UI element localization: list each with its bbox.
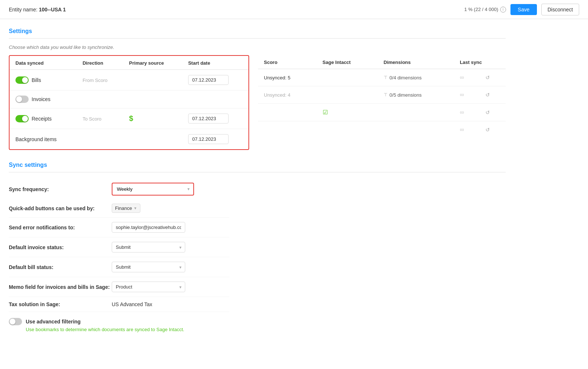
bill-status-select[interactable]: Submit Draft Approved xyxy=(112,262,185,272)
col-primary-source: Primary source xyxy=(123,56,182,70)
entity-name-label: Entity name: 100--USA 1 xyxy=(9,7,66,12)
memo-field-select[interactable]: Product Description Reference xyxy=(112,282,185,292)
sync-frequency-value: Daily Weekly Monthly ▼ xyxy=(112,183,229,196)
receipts-toggle[interactable] xyxy=(15,115,29,122)
bills-start-date[interactable] xyxy=(188,75,229,85)
table-row: Unsynced: 4 ⊤ 0/5 dimensions ∞ ↺ xyxy=(258,86,506,104)
info-icon[interactable]: i xyxy=(500,7,506,12)
sync-table-container: Data synced Direction Primary source Sta… xyxy=(9,55,249,150)
col-scoro: Scoro xyxy=(258,55,317,69)
memo-field-select-wrapper: Product Description Reference ▼ xyxy=(112,282,185,292)
tax-solution-value: US Advanced Tax xyxy=(112,301,229,307)
usage-text: 1 % (22 / 4 000) i xyxy=(464,7,506,12)
main-content: Settings Choose which data you would lik… xyxy=(0,19,514,341)
invoices-text: Invoices xyxy=(32,96,50,102)
entity-name-value: 100--USA 1 xyxy=(39,7,66,12)
memo-field-label: Memo field for invoices and bills in Sag… xyxy=(9,284,112,290)
background-infinity-icon: ∞ xyxy=(460,126,464,133)
error-notifications-row: Send error notifications to: xyxy=(9,218,229,237)
tax-solution-label: Tax solution in Sage: xyxy=(9,301,112,307)
sync-frequency-label: Sync frequency: xyxy=(9,186,112,192)
header: Entity name: 100--USA 1 1 % (22 / 4 000)… xyxy=(0,0,588,19)
table-row: Bills From Scoro xyxy=(10,70,248,90)
receipts-primary-source-icon: $ xyxy=(129,114,133,122)
tax-solution-row: Tax solution in Sage: US Advanced Tax xyxy=(9,297,229,312)
sync-settings-title: Sync settings xyxy=(9,162,506,168)
sync-frequency-select-wrapper: Daily Weekly Monthly ▼ xyxy=(112,183,194,196)
error-notifications-label: Send error notifications to: xyxy=(9,225,112,230)
bill-status-row: Default bill status: Submit Draft Approv… xyxy=(9,257,229,277)
col-start-date: Start date xyxy=(182,56,248,70)
sync-freq-arrow: ▼ xyxy=(187,187,190,191)
quick-add-label: Quick-add buttons can be used by: xyxy=(9,205,112,211)
quick-add-arrow: ▼ xyxy=(133,206,137,210)
advanced-filtering-row: Use advanced filtering xyxy=(9,318,506,325)
receipts-start-date[interactable] xyxy=(188,114,229,123)
bills-label: Bills xyxy=(15,76,71,84)
error-notifications-value xyxy=(112,222,229,233)
col-sage-intacct: Sage Intacct xyxy=(317,55,378,69)
sync-frequency-row: Sync frequency: Daily Weekly Monthly ▼ xyxy=(9,178,229,199)
invoice-status-select-wrapper: Submit Draft Approved ▼ xyxy=(112,242,185,252)
bill-status-value: Submit Draft Approved ▼ xyxy=(112,262,229,272)
background-refresh-icon[interactable]: ↺ xyxy=(485,127,490,133)
bills-toggle[interactable] xyxy=(15,76,29,84)
background-items-text: Background items xyxy=(15,136,57,142)
sync-settings-section: Sync settings Sync frequency: Daily Week… xyxy=(9,162,506,332)
dimensions-icon: ⊤ xyxy=(384,75,387,80)
invoice-status-label: Default invoice status: xyxy=(9,244,112,250)
background-items-start-date[interactable] xyxy=(188,134,229,144)
advanced-filtering-label: Use advanced filtering xyxy=(26,319,80,325)
col-last-sync: Last sync xyxy=(454,55,506,69)
bills-refresh-icon[interactable]: ↺ xyxy=(485,75,490,80)
settings-title: Settings xyxy=(9,28,506,35)
table-row: Invoices xyxy=(10,90,248,108)
invoice-status-value: Submit Draft Approved ▼ xyxy=(112,242,229,252)
col-direction: Direction xyxy=(77,56,123,70)
bill-status-select-wrapper: Submit Draft Approved ▼ xyxy=(112,262,185,272)
col-dimensions: Dimensions xyxy=(378,55,454,69)
invoices-infinity-icon: ∞ xyxy=(460,92,464,98)
receipts-sage-checkbox: ☑ xyxy=(323,109,328,115)
settings-section: Settings Choose which data you would lik… xyxy=(9,28,506,150)
invoice-status-select[interactable]: Submit Draft Approved xyxy=(112,242,185,252)
header-right: 1 % (22 / 4 000) i Save Disconnect xyxy=(464,4,579,15)
invoices-scoro-status: Unsynced: 4 xyxy=(264,92,290,98)
advanced-filtering-toggle[interactable] xyxy=(9,318,22,325)
full-table: Data synced Direction Primary source Sta… xyxy=(9,55,506,150)
receipts-direction: To Scoro xyxy=(83,116,101,122)
right-table: Scoro Sage Intacct Dimensions Last sync … xyxy=(258,55,506,138)
invoice-status-row: Default invoice status: Submit Draft App… xyxy=(9,237,229,257)
col-data-synced: Data synced xyxy=(10,56,77,70)
bill-status-label: Default bill status: xyxy=(9,264,112,270)
invoices-label: Invoices xyxy=(15,96,71,103)
receipts-text: Receipts xyxy=(32,116,51,122)
quick-add-row: Quick-add buttons can be used by: Financ… xyxy=(9,199,229,218)
bills-scoro-status: Unsynced: 5 xyxy=(264,75,290,80)
table-row: ∞ ↺ xyxy=(258,121,506,139)
receipts-refresh-icon[interactable]: ↺ xyxy=(485,110,490,115)
save-button[interactable]: Save xyxy=(510,4,537,15)
dimensions-icon: ⊤ xyxy=(384,92,387,97)
settings-subtitle: Choose which data you would like to sync… xyxy=(9,44,506,50)
invoices-refresh-icon[interactable]: ↺ xyxy=(485,92,490,98)
sync-frequency-select[interactable]: Daily Weekly Monthly xyxy=(113,184,187,194)
bills-direction: From Scoro xyxy=(83,78,108,83)
bills-dimensions: ⊤ 0/4 dimensions xyxy=(384,75,448,80)
invoices-dimensions: ⊤ 0/5 dimensions xyxy=(384,92,448,98)
sync-table: Data synced Direction Primary source Sta… xyxy=(10,56,248,149)
table-row: Receipts To Scoro $ xyxy=(10,108,248,129)
bills-text: Bills xyxy=(32,77,41,83)
error-notifications-input[interactable] xyxy=(112,222,185,233)
bills-infinity-icon: ∞ xyxy=(460,74,464,80)
advanced-filtering-section: Use advanced filtering Use bookmarks to … xyxy=(9,318,506,332)
quick-add-value: Finance ▼ xyxy=(112,204,229,213)
table-row: Unsynced: 5 ⊤ 0/4 dimensions ∞ ↺ xyxy=(258,69,506,86)
memo-field-value: Product Description Reference ▼ xyxy=(112,282,229,292)
advanced-filtering-subtitle: Use bookmarks to determine which documen… xyxy=(26,327,506,332)
invoices-toggle[interactable] xyxy=(15,96,29,103)
quick-add-select[interactable]: Finance ▼ xyxy=(112,204,140,213)
table-row: Background items xyxy=(10,129,248,150)
disconnect-button[interactable]: Disconnect xyxy=(541,4,579,15)
memo-field-row: Memo field for invoices and bills in Sag… xyxy=(9,277,229,297)
